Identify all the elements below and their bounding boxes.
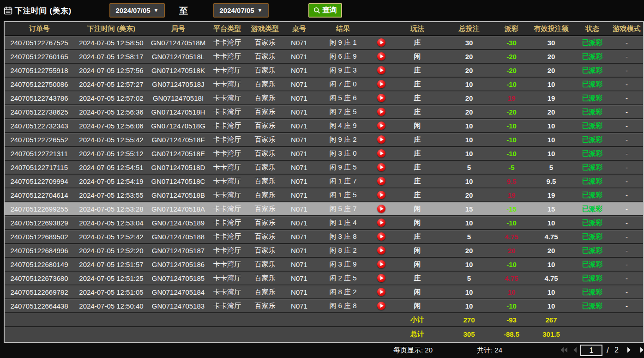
cell-bet-time: 2024-07-05 12:52:20 <box>74 244 149 257</box>
table-row[interactable]: 240705122699255 2024-07-05 12:53:28 GN07… <box>5 202 643 216</box>
cell-round-id: GN0712470518F <box>149 133 208 146</box>
table-row[interactable]: 240705122717115 2024-07-05 12:54:51 GN07… <box>5 161 643 175</box>
table-row[interactable]: 240705122689502 2024-07-05 12:52:42 GN07… <box>5 230 643 244</box>
table-row[interactable]: 240705122767525 2024-07-05 12:58:50 GN07… <box>5 36 643 50</box>
col-valid-bet: 有效投注额 <box>528 22 574 35</box>
play-video-icon[interactable] <box>377 52 385 61</box>
search-button[interactable]: 查询 <box>308 3 342 18</box>
next-page-icon[interactable] <box>627 346 632 353</box>
cell-payout: -10 <box>495 78 528 91</box>
cell-game-type: 百家乐 <box>247 50 283 63</box>
cell-total-bet: 10 <box>443 78 495 91</box>
cell-order-id: 240705122664438 <box>5 299 74 312</box>
table-row[interactable]: 240705122750086 2024-07-05 12:57:27 GN07… <box>5 78 643 91</box>
cell-table-no: N071 <box>283 133 315 146</box>
col-order-id: 订单号 <box>5 22 74 35</box>
table-row[interactable]: 240705122704614 2024-07-05 12:53:55 GN07… <box>5 188 643 202</box>
play-video-icon[interactable] <box>377 288 385 296</box>
cell-platform: 卡卡湾厅 <box>208 188 247 201</box>
table-row[interactable]: 240705122709994 2024-07-05 12:54:19 GN07… <box>5 175 643 188</box>
grand-total-row: 总计 305 -88.5 301.5 <box>5 327 643 341</box>
cell-round-id: GN0712470518L <box>149 50 208 63</box>
cell-total-bet: 5 <box>443 230 495 243</box>
cell-order-id: 240705122673680 <box>5 272 74 285</box>
cell-payout: -15 <box>495 202 528 215</box>
cell-round-id: GN0712470518M <box>149 36 208 49</box>
cell-result: 闲 1 庄 7 <box>315 175 371 188</box>
play-video-icon[interactable] <box>377 135 385 144</box>
play-video-icon[interactable] <box>377 232 385 241</box>
play-video-icon[interactable] <box>377 177 385 185</box>
cell-game-type: 百家乐 <box>247 202 283 215</box>
cell-total-bet: 15 <box>443 202 495 215</box>
cell-bet-time: 2024-07-05 12:58:17 <box>74 50 149 63</box>
play-video-icon[interactable] <box>377 302 385 310</box>
cell-order-id: 240705122726552 <box>5 133 74 146</box>
play-video-icon[interactable] <box>377 121 385 130</box>
cell-play-type: 闲 <box>391 299 443 312</box>
play-video-icon[interactable] <box>377 274 385 282</box>
cell-game-type: 百家乐 <box>247 64 283 77</box>
cell-table-no: N071 <box>283 105 315 118</box>
last-page-icon[interactable] <box>640 346 644 353</box>
play-video-icon[interactable] <box>377 191 385 199</box>
pagination-bar: 每页显示: 20 共计: 24 / 2 <box>0 343 644 358</box>
play-video-icon[interactable] <box>377 80 385 88</box>
cell-status: 已派彩 <box>574 119 610 132</box>
play-video-icon[interactable] <box>377 205 385 213</box>
cell-result: 闲 6 庄 9 <box>315 50 371 63</box>
cell-order-id: 240705122721311 <box>5 147 74 160</box>
cell-table-no: N071 <box>283 91 315 104</box>
play-video-icon[interactable] <box>377 66 385 74</box>
first-page-icon[interactable] <box>560 346 568 353</box>
table-row[interactable]: 240705122732343 2024-07-05 12:56:06 GN07… <box>5 119 643 133</box>
table-row[interactable]: 240705122680149 2024-07-05 12:51:57 GN07… <box>5 258 643 272</box>
table-row[interactable]: 240705122738625 2024-07-05 12:56:36 GN07… <box>5 105 643 119</box>
table-row[interactable]: 240705122726552 2024-07-05 12:55:42 GN07… <box>5 133 643 147</box>
cell-total-bet: 10 <box>443 258 495 271</box>
play-video-icon[interactable] <box>377 149 385 158</box>
cell-order-id: 240705122755918 <box>5 64 74 77</box>
date-from-picker[interactable]: 2024/07/05 ▼ <box>109 3 165 18</box>
table-row[interactable]: 240705122755918 2024-07-05 12:57:56 GN07… <box>5 64 643 78</box>
table-row[interactable]: 240705122684996 2024-07-05 12:52:20 GN07… <box>5 244 643 258</box>
page-number-input[interactable] <box>580 345 602 356</box>
previous-page-icon[interactable] <box>572 346 577 353</box>
cell-status: 已派彩 <box>574 175 610 188</box>
cell-game-mode: - <box>610 147 643 160</box>
cell-valid-bet: 20 <box>528 64 574 77</box>
date-to-picker[interactable]: 2024/07/05 ▼ <box>213 3 269 18</box>
table-row[interactable]: 240705122760165 2024-07-05 12:58:17 GN07… <box>5 50 643 64</box>
date-from-value: 2024/07/05 <box>116 6 150 14</box>
subtotal-payout: -93 <box>495 313 528 326</box>
cell-valid-bet: 20 <box>528 105 574 118</box>
play-video-icon[interactable] <box>377 108 385 116</box>
play-video-icon[interactable] <box>377 94 385 102</box>
cell-round-id: GN0712470518K <box>149 64 208 77</box>
cell-valid-bet: 10 <box>528 147 574 160</box>
cell-round-id: GN07124705188 <box>149 230 208 243</box>
cell-table-no: N071 <box>283 36 315 49</box>
table-row[interactable]: 240705122693829 2024-07-05 12:53:04 GN07… <box>5 216 643 230</box>
play-video-icon[interactable] <box>377 163 385 171</box>
play-video-icon[interactable] <box>377 218 385 227</box>
table-row[interactable]: 240705122669782 2024-07-05 12:51:05 GN07… <box>5 285 643 299</box>
cell-game-mode: - <box>610 91 643 104</box>
cell-order-id: 240705122709994 <box>5 175 74 188</box>
cell-payout: 9.5 <box>495 175 528 188</box>
table-row[interactable]: 240705122743786 2024-07-05 12:57:02 GN07… <box>5 91 643 105</box>
table-row[interactable]: 240705122664438 2024-07-05 12:50:40 GN07… <box>5 299 643 313</box>
table-row[interactable]: 240705122721311 2024-07-05 12:55:12 GN07… <box>5 147 643 161</box>
cell-bet-time: 2024-07-05 12:51:25 <box>74 272 149 285</box>
cell-platform: 卡卡湾厅 <box>208 258 247 271</box>
play-video-icon[interactable] <box>377 260 385 268</box>
cell-order-id: 240705122693829 <box>5 216 74 229</box>
play-video-icon[interactable] <box>377 38 385 47</box>
table-row[interactable]: 240705122673680 2024-07-05 12:51:25 GN07… <box>5 272 643 285</box>
cell-order-id: 240705122717115 <box>5 161 74 174</box>
cell-game-type: 百家乐 <box>247 272 283 285</box>
cell-game-mode: - <box>610 175 643 188</box>
cell-platform: 卡卡湾厅 <box>208 147 247 160</box>
cell-bet-time: 2024-07-05 12:58:50 <box>74 36 149 49</box>
play-video-icon[interactable] <box>377 246 385 255</box>
